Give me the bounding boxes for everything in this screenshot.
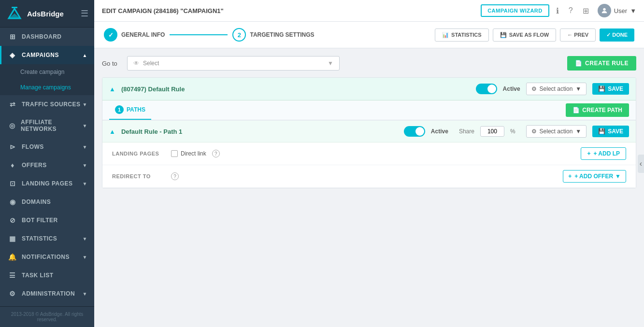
path-toggle-slider [404,126,425,137]
sidebar-label-affiliate-networks: AFFILIATE NETWORKS [21,119,83,132]
direct-link-label: Direct link [181,150,206,157]
paths-tab-label: PATHS [127,106,145,113]
path-action-arrow-icon: ▼ [575,128,581,135]
sidebar-label-flows: FLOWS [22,143,44,150]
create-path-icon: 📄 [572,107,580,114]
rule-select-action-button[interactable]: ⚙ Select action ▼ [526,83,587,95]
add-lp-button[interactable]: + + ADD LP [581,147,626,160]
traffic-sources-arrow-icon: ▼ [83,102,87,107]
goto-label: Go to [102,60,121,67]
sidebar-item-task-list[interactable]: ☰ TASK LIST [0,266,94,284]
grid-icon-button[interactable]: ⊞ [580,4,592,17]
path-header: ▲ Default Rule - Path 1 Active Share % ⚙ [102,121,636,142]
task-list-icon: ☰ [8,271,17,279]
direct-link-checkbox-group[interactable]: Direct link [171,150,206,157]
sidebar-item-flows[interactable]: ⊳ FLOWS ▼ [0,138,94,156]
path-share-input[interactable] [480,126,504,137]
landing-pages-arrow-icon: ▼ [83,181,87,186]
adsbridge-logo-icon [6,5,23,22]
direct-link-checkbox[interactable] [171,150,178,157]
statistics-button[interactable]: 📊 STATISTICS [435,28,489,42]
statistics-btn-label: STATISTICS [451,32,482,38]
redirect-to-row: REDIRECT TO ? + + ADD OFFER ▼ [102,165,636,188]
path-active-toggle[interactable] [404,126,425,137]
dashboard-icon: ⊞ [8,33,17,41]
add-offer-plus-icon: + [568,173,572,180]
campaigns-arrow-icon: ▲ [83,53,87,58]
sidebar-item-notifications[interactable]: 🔔 NOTIFICATIONS ▼ [0,248,94,266]
path-select-action-button[interactable]: ⚙ Select action ▼ [526,125,587,138]
wizard-header: ✓ GENERAL INFO 2 TARGETING SETTINGS 📊 ST… [94,22,644,48]
eye-icon: 👁 [133,60,139,67]
sidebar-item-bot-filter[interactable]: ⊘ BOT FILTER [0,211,94,229]
path-gear-icon: ⚙ [531,128,537,135]
rule-action-arrow-icon: ▼ [575,85,581,92]
sidebar-item-landing-pages[interactable]: ⊡ LANDING PAGES ▼ [0,174,94,193]
right-collapse-tab[interactable]: ‹ [638,155,644,173]
rule-save-button[interactable]: 💾 SAVE [592,83,629,95]
help-icon-button[interactable]: ? [566,4,576,17]
landing-pages-section-label: LANDING PAGES [112,151,165,156]
sidebar-sub-campaigns: Create campaign Manage campaigns [0,64,94,95]
wizard-step2-circle: 2 [232,28,246,42]
landing-pages-help-icon[interactable]: ? [212,150,220,157]
main-area: EDIT CAMPAIGN (284186) "CAMPAIGN1" CAMPA… [94,0,644,327]
flows-icon: ⊳ [8,143,17,151]
prev-button[interactable]: ← PREV [560,28,596,42]
save-flow-icon: 💾 [500,32,507,38]
offers-icon: ♦ [8,161,17,169]
redirect-to-section-label: REDIRECT TO [112,173,165,179]
rule-collapse-button[interactable]: ▲ [109,85,115,93]
sidebar-item-offers[interactable]: ♦ OFFERS ▼ [0,156,94,174]
rule-active-toggle[interactable] [476,84,497,94]
sidebar-label-administration: ADMINISTRATION [22,290,75,297]
create-path-btn-label: CREATE PATH [582,107,622,114]
create-path-button[interactable]: 📄 CREATE PATH [566,103,629,117]
sidebar-subitem-manage-campaigns[interactable]: Manage campaigns [0,80,94,95]
path-active-label: Active [431,128,448,135]
campaign-wizard-button[interactable]: CAMPAIGN WIZARD [481,4,549,17]
sidebar-hamburger-icon[interactable]: ☰ [81,8,88,19]
sidebar-item-administration[interactable]: ⚙ ADMINISTRATION ▼ [0,284,94,303]
landing-pages-icon: ⊡ [8,180,17,187]
sidebar-item-campaigns[interactable]: ◈ CAMPAIGNS ▲ [0,46,94,64]
info-icon: ℹ [556,7,559,15]
sidebar-item-dashboard[interactable]: ⊞ DASHBOARD [0,28,94,46]
path-save-icon: 💾 [598,128,605,135]
paths-count-badge: 1 [115,105,124,114]
user-label: User [614,7,627,14]
sidebar-footer: 2013-2018 © AdsBridge. All rights reserv… [0,306,94,327]
wizard-step-1: ✓ GENERAL INFO [104,28,165,42]
sidebar-label-task-list: TASK LIST [22,272,54,279]
user-menu[interactable]: User ▼ [598,4,636,17]
add-offer-button[interactable]: + + ADD OFFER ▼ [563,170,626,183]
sidebar-item-domains[interactable]: ◉ DOMAINS [0,193,94,211]
rule-header: ▲ (807497) Default Rule Active ⚙ Select … [102,78,636,100]
path-save-label: SAVE [608,128,623,135]
path-collapse-button[interactable]: ▲ [109,128,115,135]
create-rule-button[interactable]: 📄 CREATE RULE [567,56,636,71]
sidebar-item-statistics[interactable]: ▦ STATISTICS ▼ [0,229,94,248]
goto-select[interactable]: 👁 Select ▼ [127,56,340,71]
wizard-progress-line [170,34,228,35]
rule-save-icon: 💾 [598,85,605,92]
sidebar: AdsBridge ☰ ⊞ DASHBOARD ◈ CAMPAIGNS ▲ Cr… [0,0,94,327]
administration-icon: ⚙ [8,290,17,298]
sidebar-item-traffic-sources[interactable]: ⇄ TRAFFIC SOURCES ▼ [0,95,94,114]
done-button[interactable]: ✓ DONE [600,28,634,42]
path-title: Default Rule - Path 1 [121,128,182,135]
wizard-step2-label: TARGETING SETTINGS [250,31,314,38]
paths-tab-bar: 1 PATHS 📄 CREATE PATH [102,100,636,120]
page-title: EDIT CAMPAIGN (284186) "CAMPAIGN1" [102,7,481,14]
landing-pages-row: LANDING PAGES Direct link ? + + ADD LP [102,142,636,165]
affiliate-networks-arrow-icon: ▼ [83,123,87,128]
paths-tab-item[interactable]: 1 PATHS [109,100,151,120]
sidebar-subitem-create-campaign[interactable]: Create campaign [0,64,94,80]
redirect-to-help-icon[interactable]: ? [171,172,179,180]
sidebar-item-affiliate-networks[interactable]: ◎ AFFILIATE NETWORKS ▼ [0,114,94,138]
save-as-flow-button[interactable]: 💾 SAVE AS FLOW [493,28,557,42]
info-icon-button[interactable]: ℹ [553,4,562,17]
path-save-button[interactable]: 💾 SAVE [592,126,629,137]
rule-active-label: Active [503,85,520,92]
svg-point-3 [603,8,605,11]
